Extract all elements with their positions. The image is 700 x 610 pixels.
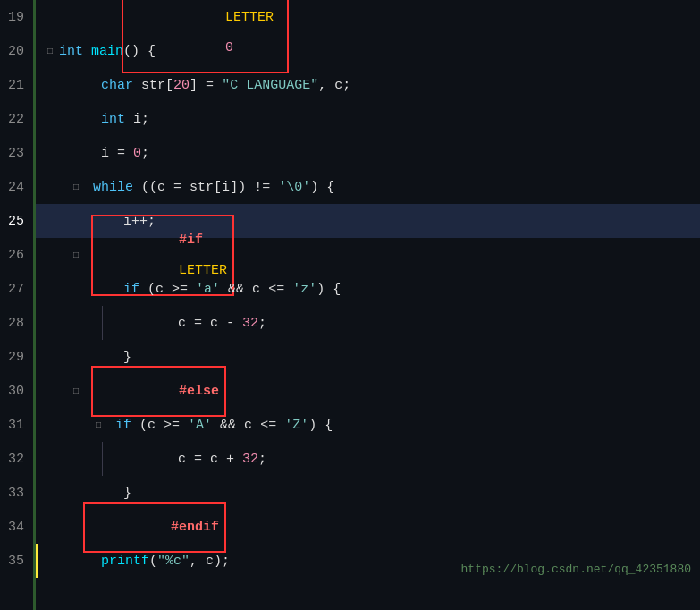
- line-num-21: 21: [7, 68, 24, 102]
- line-num-34: 34: [7, 510, 24, 544]
- line-num-33: 33: [7, 476, 24, 510]
- line-num-28: 28: [7, 306, 24, 340]
- code-line-20: □ int main () {: [36, 34, 700, 68]
- fold-icon-31[interactable]: □: [91, 418, 105, 432]
- code-line-24: □ while (( c = str [ i ]) != '\0' ) {: [36, 170, 700, 204]
- line-num-29: 29: [7, 340, 24, 374]
- code-line-27: if ( c >= 'a' && c <= 'z' ) {: [36, 272, 700, 306]
- line-num-20: 20: [7, 34, 24, 68]
- code-line-30: □ #else: [36, 374, 700, 408]
- line-num-26: 26: [7, 238, 24, 272]
- code-editor: 19 20 21 22 23 24 25 26 27 28 29 30 31 3…: [0, 0, 700, 610]
- line-num-30: 30: [7, 374, 24, 408]
- code-line-22: int i ;: [36, 102, 700, 136]
- code-content: #define LETTER 0 □ int main () {: [36, 0, 700, 610]
- fold-icon-26[interactable]: □: [69, 248, 83, 262]
- fold-icon-24[interactable]: □: [69, 180, 83, 194]
- line-numbers: 19 20 21 22 23 24 25 26 27 28 29 30 31 3…: [0, 0, 36, 610]
- yellow-bar: [36, 544, 38, 578]
- line-num-23: 23: [7, 136, 24, 170]
- code-line-26: □ #if LETTER: [36, 238, 700, 272]
- line-num-24: 24: [7, 170, 24, 204]
- code-area: 19 20 21 22 23 24 25 26 27 28 29 30 31 3…: [0, 0, 700, 610]
- code-line-23: i = 0 ;: [36, 136, 700, 170]
- line-num-32: 32: [7, 442, 24, 476]
- line-num-19: 19: [7, 0, 24, 34]
- code-line-31: □ if ( c >= 'A' && c <= 'Z' ) {: [36, 408, 700, 442]
- fold-icon-20[interactable]: □: [43, 44, 57, 58]
- code-line-21: char str [ 20 ] = "C LANGUAGE" , c ;: [36, 68, 700, 102]
- code-line-35: printf ( "%c" , c ); https://blog.csdn.n…: [36, 544, 700, 578]
- code-line-32: c = c + 32 ;: [36, 442, 700, 476]
- line-num-22: 22: [7, 102, 24, 136]
- fold-icon-30[interactable]: □: [69, 384, 83, 398]
- code-line-34: #endif: [36, 510, 700, 544]
- line-num-25: 25: [7, 204, 24, 238]
- line-num-27: 27: [7, 272, 24, 306]
- code-line-28: c = c - 32 ;: [36, 306, 700, 340]
- line-num-31: 31: [7, 408, 24, 442]
- url-text: https://blog.csdn.net/qq_42351880: [461, 563, 691, 576]
- line-num-35: 35: [7, 544, 24, 578]
- code-line-19: #define LETTER 0: [36, 0, 700, 34]
